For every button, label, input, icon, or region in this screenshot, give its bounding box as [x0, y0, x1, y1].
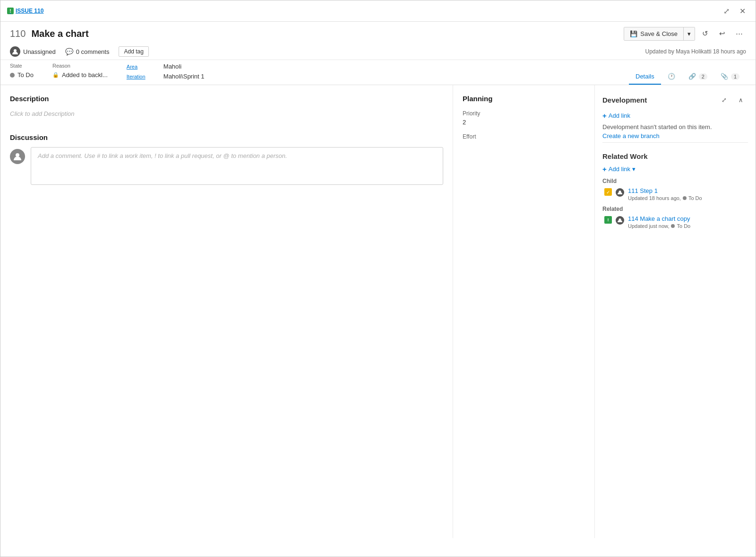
- plus-icon-related: +: [602, 165, 607, 173]
- history-icon: 🕐: [668, 73, 675, 80]
- development-header-icons: ⤢ ∧: [717, 93, 748, 107]
- reason-value-row: 🔒 Added to backl...: [52, 71, 108, 78]
- main-content: Description Click to add Description Dis…: [0, 85, 756, 538]
- development-add-link-button[interactable]: + Add link: [602, 112, 748, 120]
- right-panel: Development ⤢ ∧ + Add link Development h…: [595, 85, 756, 538]
- details-tabs: Details 🕐 🔗 2 📎 1: [619, 69, 756, 85]
- save-close-dropdown-button[interactable]: ▾: [684, 27, 695, 40]
- planning-title: Planning: [463, 95, 585, 103]
- related-item-avatar: [616, 216, 624, 225]
- priority-value[interactable]: 2: [463, 119, 585, 126]
- state-value-row: To Do: [10, 71, 34, 78]
- reason-section: Reason 🔒 Added to backl...: [52, 63, 108, 78]
- tab-history[interactable]: 🕐: [661, 69, 682, 85]
- description-title: Description: [10, 95, 443, 103]
- related-item-114: 114 Make a chart copy Updated just now, …: [602, 215, 748, 229]
- reason-label: Reason: [52, 63, 108, 69]
- assignee-section: Unassigned: [10, 46, 56, 57]
- add-tag-button[interactable]: Add tag: [119, 46, 148, 57]
- state-section: State To Do: [10, 63, 34, 78]
- top-bar-left: ISSUE 110: [7, 8, 43, 14]
- discussion-title: Discussion: [10, 133, 443, 141]
- area-value[interactable]: Maholi: [163, 63, 181, 70]
- iteration-value[interactable]: Maholi\Sprint 1: [163, 73, 205, 80]
- collapse-development-button[interactable]: ∧: [734, 93, 748, 107]
- iteration-label[interactable]: Iteration: [127, 74, 160, 79]
- top-bar-right: ⤢ ✕: [720, 4, 749, 17]
- undo-button[interactable]: ↩: [715, 26, 729, 41]
- comments-count[interactable]: 0 comments: [76, 48, 110, 55]
- comment-avatar: [10, 149, 25, 164]
- discussion-section: Discussion Add a comment. Use # to link …: [10, 133, 443, 185]
- area-row: Area Maholi: [127, 63, 205, 70]
- avatar[interactable]: [10, 46, 20, 57]
- left-panel: Description Click to add Description Dis…: [0, 85, 453, 538]
- child-item-info: 111 Step 1 Updated 18 hours ago, To Do: [628, 187, 748, 201]
- effort-field: Effort: [463, 133, 585, 140]
- comment-input[interactable]: Add a comment. Use # to link a work item…: [31, 147, 443, 185]
- title-left: 110 Make a chart: [10, 28, 89, 39]
- planning-panel: Planning Priority 2 Effort: [453, 85, 595, 538]
- meta-bar: Unassigned 💬 0 comments Add tag Updated …: [0, 44, 756, 60]
- tab-links[interactable]: 🔗 2: [682, 69, 714, 85]
- comment-icon: 💬: [65, 48, 73, 55]
- related-work-section: Related Work + Add link ▾ Child 111 Step…: [602, 152, 748, 229]
- related-item-issue-icon: [604, 216, 612, 224]
- comment-placeholder: Add a comment. Use # to link a work item…: [38, 152, 287, 159]
- work-item-title[interactable]: Make a chart: [31, 28, 88, 39]
- related-work-add-link-button[interactable]: + Add link ▾: [602, 165, 748, 173]
- create-branch-link[interactable]: Create a new branch: [602, 132, 660, 139]
- title-bar: 110 Make a chart 💾 Save & Close ▾ ↺ ↩ ⋯: [0, 22, 756, 44]
- title-right: 💾 Save & Close ▾ ↺ ↩ ⋯: [624, 26, 746, 41]
- tab-details[interactable]: Details: [629, 69, 661, 85]
- close-window-button[interactable]: ✕: [736, 4, 749, 17]
- child-item-status-dot: [683, 196, 687, 200]
- state-dot: [10, 73, 15, 78]
- description-placeholder[interactable]: Click to add Description: [10, 108, 443, 119]
- tab-attachments[interactable]: 📎 1: [714, 69, 746, 85]
- area-label[interactable]: Area: [127, 64, 160, 70]
- refresh-button[interactable]: ↺: [698, 26, 712, 41]
- child-item-link[interactable]: 111 Step 1: [628, 187, 658, 194]
- chevron-down-icon: ▾: [687, 30, 691, 37]
- reason-value[interactable]: Added to backl...: [62, 71, 108, 78]
- work-item-number: 110: [10, 28, 26, 39]
- related-item-status-dot: [671, 224, 675, 228]
- development-title: Development: [602, 96, 647, 104]
- save-close-main-button[interactable]: 💾 Save & Close: [624, 27, 684, 40]
- meta-left: Unassigned 💬 0 comments Add tag: [10, 46, 149, 57]
- child-item-checkbox: [604, 188, 612, 196]
- issue-icon: [7, 8, 14, 14]
- discussion-input-row: Add a comment. Use # to link a work item…: [10, 147, 443, 185]
- priority-label: Priority: [463, 110, 585, 117]
- comments-section: 💬 0 comments: [65, 48, 110, 55]
- plus-icon: +: [602, 112, 607, 120]
- child-item-avatar: [616, 188, 624, 197]
- svg-point-1: [16, 153, 19, 157]
- priority-field: Priority 2: [463, 110, 585, 126]
- expand-development-button[interactable]: ⤢: [717, 93, 731, 107]
- more-options-button[interactable]: ⋯: [732, 26, 746, 41]
- related-label: Related: [602, 206, 748, 212]
- development-note: Development hasn't started on this item.: [602, 123, 748, 131]
- attachment-icon: 📎: [721, 73, 728, 80]
- effort-label: Effort: [463, 133, 585, 140]
- lock-icon: 🔒: [52, 72, 59, 78]
- area-iteration-block: Area Maholi Iteration Maholi\Sprint 1: [127, 63, 205, 80]
- state-label: State: [10, 63, 34, 69]
- expand-window-button[interactable]: ⤢: [720, 4, 733, 17]
- related-work-title: Related Work: [602, 152, 748, 160]
- chevron-down-icon-related: ▾: [632, 165, 636, 173]
- child-label: Child: [602, 178, 748, 184]
- iteration-row: Iteration Maholi\Sprint 1: [127, 73, 205, 80]
- related-item-info: 114 Make a chart copy Updated just now, …: [628, 215, 748, 229]
- updated-by-text: Updated by Maya Holikatti 18 hours ago: [645, 48, 746, 55]
- child-item-meta: Updated 18 hours ago, To Do: [628, 195, 748, 201]
- issue-tag-link[interactable]: ISSUE 110: [7, 8, 43, 14]
- child-item-111: 111 Step 1 Updated 18 hours ago, To Do: [602, 187, 748, 201]
- related-item-link[interactable]: 114 Make a chart copy: [628, 215, 690, 222]
- state-value[interactable]: To Do: [17, 71, 34, 78]
- related-item-meta: Updated just now, To Do: [628, 223, 748, 229]
- work-item-window: ISSUE 110 ⤢ ✕ 110 Make a chart 💾 Save & …: [0, 0, 756, 557]
- assignee-label[interactable]: Unassigned: [23, 48, 56, 55]
